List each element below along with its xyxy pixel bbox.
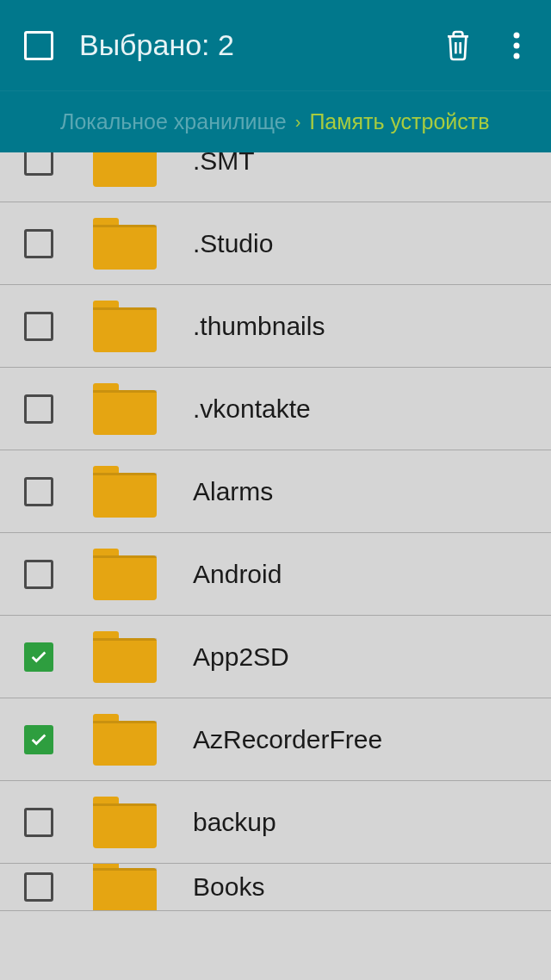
list-item[interactable]: Books xyxy=(0,864,551,911)
selection-toolbar: Выбрано: 2 xyxy=(0,0,551,90)
folder-icon xyxy=(93,466,157,518)
item-checkbox[interactable] xyxy=(24,642,53,672)
item-checkbox[interactable] xyxy=(24,394,53,424)
item-label: Books xyxy=(193,872,264,902)
folder-icon xyxy=(93,864,157,911)
folder-icon xyxy=(93,152,157,187)
folder-icon xyxy=(93,797,157,848)
item-checkbox[interactable] xyxy=(24,560,53,589)
list-item[interactable]: .vkontakte xyxy=(0,368,551,450)
item-checkbox[interactable] xyxy=(24,152,53,176)
item-checkbox[interactable] xyxy=(24,229,53,258)
list-item[interactable]: .SMT xyxy=(0,152,551,202)
delete-button[interactable] xyxy=(437,25,479,66)
folder-icon xyxy=(93,714,157,766)
breadcrumb[interactable]: Локальное хранилище › Память устройств xyxy=(0,90,551,152)
folder-icon xyxy=(93,218,157,270)
item-checkbox[interactable] xyxy=(24,312,53,341)
item-label: .vkontakte xyxy=(193,394,311,424)
list-item[interactable]: App2SD xyxy=(0,616,551,698)
list-item[interactable]: Alarms xyxy=(0,450,551,533)
list-item[interactable]: AzRecorderFree xyxy=(0,698,551,781)
select-all-checkbox[interactable] xyxy=(24,31,53,60)
item-label: .Studio xyxy=(193,229,273,258)
folder-icon xyxy=(93,383,157,435)
folder-icon xyxy=(93,549,157,600)
selection-count-title: Выбрано: 2 xyxy=(79,28,420,62)
item-label: .thumbnails xyxy=(193,312,325,341)
folder-icon xyxy=(93,631,157,683)
item-label: AzRecorderFree xyxy=(193,725,382,754)
list-item[interactable]: .thumbnails xyxy=(0,285,551,368)
item-label: .SMT xyxy=(193,152,255,176)
item-label: Alarms xyxy=(193,477,273,506)
item-checkbox[interactable] xyxy=(24,477,53,506)
item-checkbox[interactable] xyxy=(24,808,53,837)
svg-point-2 xyxy=(514,32,520,38)
more-vertical-icon xyxy=(513,31,520,60)
breadcrumb-current: Память устройств xyxy=(309,109,489,134)
svg-point-3 xyxy=(514,42,520,48)
item-label: Android xyxy=(193,560,282,589)
svg-point-4 xyxy=(514,53,520,59)
trash-icon xyxy=(444,29,472,62)
item-checkbox[interactable] xyxy=(24,872,53,902)
more-options-button[interactable] xyxy=(496,25,537,66)
list-item[interactable]: Android xyxy=(0,533,551,616)
list-item[interactable]: backup xyxy=(0,781,551,864)
folder-icon xyxy=(93,301,157,352)
breadcrumb-parent[interactable]: Локальное хранилище xyxy=(60,109,287,134)
item-label: App2SD xyxy=(193,642,289,672)
chevron-right-icon: › xyxy=(295,112,301,132)
item-label: backup xyxy=(193,808,276,837)
file-list[interactable]: .SMT .Studio .thumbnails .vkontakte Alar… xyxy=(0,152,551,911)
item-checkbox[interactable] xyxy=(24,725,53,754)
list-item[interactable]: .Studio xyxy=(0,202,551,285)
